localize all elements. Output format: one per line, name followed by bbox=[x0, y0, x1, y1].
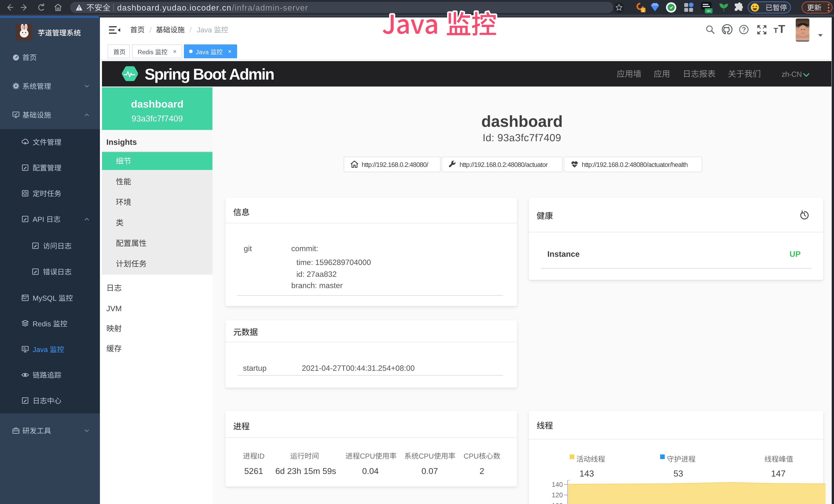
svg-text:on: on bbox=[707, 9, 711, 13]
svg-text:1: 1 bbox=[642, 8, 644, 12]
